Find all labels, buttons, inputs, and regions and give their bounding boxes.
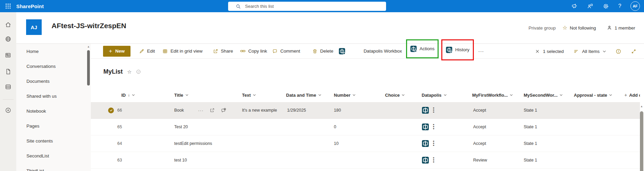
view-selector[interactable]: All Items — [573, 49, 606, 54]
home-icon[interactable] — [5, 21, 12, 28]
datapolis-actions-icon — [410, 45, 417, 52]
my-sites-globe-icon[interactable] — [5, 36, 12, 42]
datapolis-button[interactable] — [339, 48, 345, 55]
column-header-title[interactable]: Title — [174, 93, 242, 98]
lists-icon[interactable] — [5, 83, 12, 90]
row-selector[interactable] — [91, 108, 117, 113]
column-header-first-workflow[interactable]: MyFirstWorkflo... — [472, 93, 524, 98]
chevron-down-icon — [603, 50, 606, 53]
site-logo[interactable]: AJ — [26, 19, 42, 35]
nav-item-notebook[interactable]: Notebook — [16, 103, 91, 118]
share-feedback-icon[interactable] — [587, 3, 593, 10]
members-button[interactable]: 1 member — [607, 25, 635, 31]
privacy-label: Private group — [528, 25, 556, 31]
table-row[interactable]: 63 test 10 ••• — [91, 152, 640, 169]
cell-first-workflow: Review — [472, 158, 524, 163]
nav-item-home[interactable]: Home — [16, 44, 91, 59]
column-header-date[interactable]: Data and Time — [286, 93, 334, 98]
history-button[interactable]: History — [446, 46, 469, 53]
datapolis-icon[interactable] — [422, 123, 429, 131]
recent-change-spark-icon — [174, 108, 176, 109]
comment-button[interactable]: Comment — [272, 49, 300, 54]
approval-status-icon[interactable] — [136, 69, 141, 74]
content-scrollbar[interactable]: ▲ — [640, 104, 644, 171]
search-input[interactable]: Search this list — [228, 2, 386, 11]
row-add-comment-icon[interactable] — [221, 108, 226, 113]
clear-selection-button[interactable]: 1 selected — [535, 49, 564, 54]
cell-more-icon[interactable]: ••• — [433, 157, 435, 163]
nav-item-pages[interactable]: Pages — [16, 118, 91, 133]
files-icon[interactable] — [5, 68, 12, 75]
list-info-icon[interactable] — [616, 49, 621, 54]
fullscreen-icon[interactable] — [631, 49, 637, 54]
edit-in-grid-view-button[interactable]: Edit in grid view — [162, 49, 203, 54]
app-title[interactable]: SharePoint — [16, 3, 44, 9]
content-scrollbar-thumb[interactable] — [640, 111, 643, 171]
row-share-icon[interactable] — [209, 108, 215, 113]
cell-title[interactable]: test 10 — [174, 158, 242, 163]
column-header-approval[interactable]: Approval - state — [574, 93, 624, 98]
scroll-up-arrow-icon[interactable]: ▲ — [640, 105, 643, 108]
column-header-second-workflow[interactable]: MySecondWor... — [524, 93, 574, 98]
avatar[interactable]: AF — [630, 1, 640, 11]
datapolis-workbox-button[interactable]: Datapolis Workbox — [364, 49, 402, 54]
nav-scrollbar-thumb[interactable] — [87, 50, 90, 86]
add-column-button[interactable]: + Add c — [624, 92, 640, 98]
members-label: 1 member — [615, 25, 635, 31]
nav-item-conversations[interactable]: Conversations — [16, 59, 91, 74]
nav-item-thirdlist[interactable]: ThirdList — [16, 163, 91, 171]
link-icon — [240, 48, 246, 54]
nav-item-site-contents[interactable]: Site contents — [16, 133, 91, 148]
suite-bar-actions: ? AF — [571, 0, 640, 12]
table-row[interactable]: 64 testEdit permissions 10 •• — [91, 135, 640, 152]
cell-title[interactable]: Test 20 — [174, 125, 242, 129]
settings-gear-icon[interactable] — [603, 3, 609, 10]
pencil-icon — [139, 49, 144, 54]
nav-item-documents[interactable]: Documents — [16, 74, 91, 89]
actions-button[interactable]: Actions — [410, 45, 435, 52]
column-header-text[interactable]: Text — [242, 93, 286, 98]
cell-title[interactable]: testEdit permissions — [174, 141, 242, 146]
announcements-icon[interactable] — [571, 3, 578, 10]
command-bar: + New Edit Edit in grid view Share — [91, 44, 644, 59]
overflow-menu-button[interactable]: ··· — [478, 49, 484, 54]
cell-more-icon[interactable]: ••• — [433, 107, 435, 113]
suite-bar: SharePoint Search this list ? AF — [0, 0, 644, 12]
column-header-choice[interactable]: Choice — [385, 93, 422, 98]
news-icon[interactable] — [5, 52, 12, 59]
follow-button[interactable]: ☆ Not following — [563, 25, 596, 31]
cell-title[interactable]: Book ··· — [174, 108, 242, 113]
app-launcher-icon[interactable] — [0, 0, 16, 12]
row-more-actions-button[interactable]: ··· — [198, 108, 204, 113]
cell-datapolis[interactable]: ••• — [422, 123, 472, 131]
new-button[interactable]: + New — [103, 46, 130, 57]
cell-second-workflow: State 1 — [524, 125, 574, 129]
sharepoint-list-page: SharePoint Search this list ? AF — [0, 0, 644, 171]
favorite-star-icon[interactable]: ☆ — [127, 69, 132, 74]
cell-datapolis[interactable]: ••• — [422, 156, 472, 164]
table-row[interactable]: 65 Test 20 0 — [91, 119, 640, 135]
delete-button[interactable]: Delete — [312, 49, 334, 54]
cell-more-icon[interactable]: ••• — [433, 140, 435, 147]
column-header-number[interactable]: Number — [334, 93, 385, 98]
cell-datapolis[interactable]: ••• — [422, 140, 472, 147]
cell-datapolis[interactable]: ••• — [422, 107, 472, 114]
column-header-datapolis[interactable]: Datapolis — [422, 93, 472, 98]
help-icon[interactable]: ? — [618, 3, 621, 9]
cell-more-icon[interactable]: ••• — [433, 124, 435, 130]
copy-link-button[interactable]: Copy link — [240, 48, 267, 54]
edit-button[interactable]: Edit — [139, 49, 155, 54]
share-button[interactable]: Share — [213, 49, 233, 54]
list-title-row: MyList ☆ — [103, 68, 644, 75]
nav-scrollbar[interactable]: ▲ — [86, 44, 91, 171]
create-plus-icon[interactable] — [5, 107, 12, 114]
datapolis-icon[interactable] — [422, 140, 429, 147]
datapolis-icon[interactable] — [422, 156, 429, 164]
datapolis-icon[interactable] — [422, 107, 429, 114]
column-header-id[interactable]: ID ↓ — [117, 93, 174, 98]
nav-item-secondlist[interactable]: SecondList — [16, 148, 91, 163]
site-title[interactable]: AFtest-JS-witrZespEN — [52, 22, 126, 30]
nav-item-shared-with-us[interactable]: Shared with us — [16, 89, 91, 103]
scroll-up-arrow-icon[interactable]: ▲ — [87, 45, 90, 48]
table-row[interactable]: 66 Book ··· — [91, 102, 640, 119]
